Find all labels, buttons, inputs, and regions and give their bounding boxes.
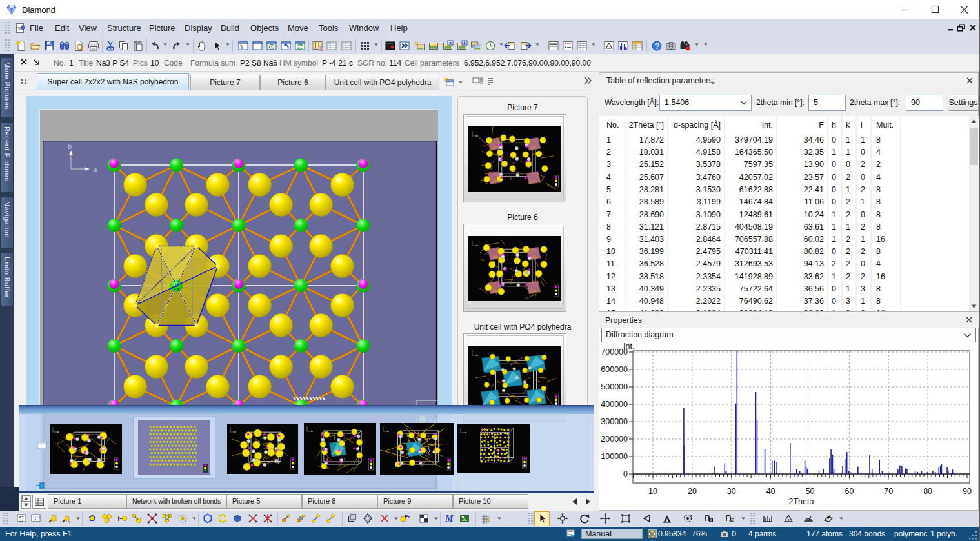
svg-text:50: 50 bbox=[806, 487, 815, 496]
svg-text:40: 40 bbox=[766, 487, 775, 496]
svg-text:10: 10 bbox=[648, 487, 657, 496]
svg-text:60: 60 bbox=[845, 487, 854, 496]
svg-text:b: b bbox=[68, 143, 72, 150]
svg-text:M: M bbox=[445, 514, 454, 524]
svg-text:2Theta: 2Theta bbox=[789, 497, 814, 506]
svg-text:300000: 300000 bbox=[601, 417, 628, 426]
svg-text:30: 30 bbox=[727, 487, 736, 496]
svg-text:80: 80 bbox=[923, 487, 932, 496]
svg-text:100000: 100000 bbox=[601, 452, 628, 461]
svg-text:200000: 200000 bbox=[601, 435, 628, 444]
svg-text:70: 70 bbox=[884, 487, 893, 496]
svg-text:?: ? bbox=[655, 42, 659, 51]
svg-text:Int.: Int. bbox=[623, 342, 634, 351]
svg-text:600000: 600000 bbox=[601, 365, 628, 374]
svg-text:20: 20 bbox=[688, 487, 697, 496]
svg-text:90: 90 bbox=[963, 487, 972, 496]
svg-text:400000: 400000 bbox=[601, 400, 628, 409]
svg-text:0: 0 bbox=[623, 469, 628, 478]
svg-text:500000: 500000 bbox=[601, 382, 628, 391]
svg-text:Fe: Fe bbox=[405, 514, 410, 520]
svg-text:a: a bbox=[93, 165, 97, 173]
svg-text:3D: 3D bbox=[17, 26, 23, 31]
